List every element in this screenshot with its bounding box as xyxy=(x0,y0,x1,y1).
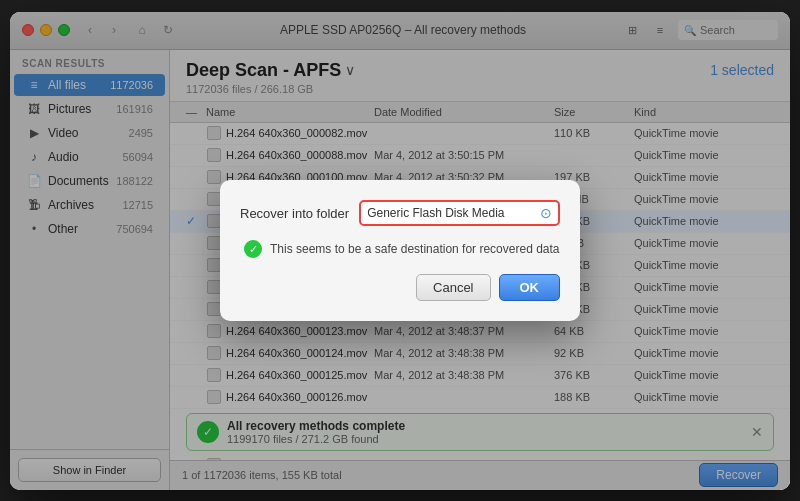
modal-cancel-button[interactable]: Cancel xyxy=(416,274,490,301)
safe-destination-icon: ✓ xyxy=(244,240,262,258)
modal-folder-row: Recover into folder ⊙ xyxy=(240,200,560,226)
main-window: ‹ › ⌂ ↻ APPLE SSD AP0256Q – All recovery… xyxy=(10,12,790,490)
modal-folder-input[interactable] xyxy=(367,206,540,220)
modal-overlay: Recover into folder ⊙ ✓ This seems to be… xyxy=(10,12,790,490)
modal-label: Recover into folder xyxy=(240,206,349,221)
modal-message-row: ✓ This seems to be a safe destination fo… xyxy=(240,240,560,258)
modal-message: This seems to be a safe destination for … xyxy=(270,242,560,256)
recover-modal: Recover into folder ⊙ ✓ This seems to be… xyxy=(220,180,580,321)
folder-dropdown-icon[interactable]: ⊙ xyxy=(540,205,552,221)
modal-input-container[interactable]: ⊙ xyxy=(359,200,560,226)
modal-buttons: Cancel OK xyxy=(240,274,560,301)
modal-ok-button[interactable]: OK xyxy=(499,274,561,301)
